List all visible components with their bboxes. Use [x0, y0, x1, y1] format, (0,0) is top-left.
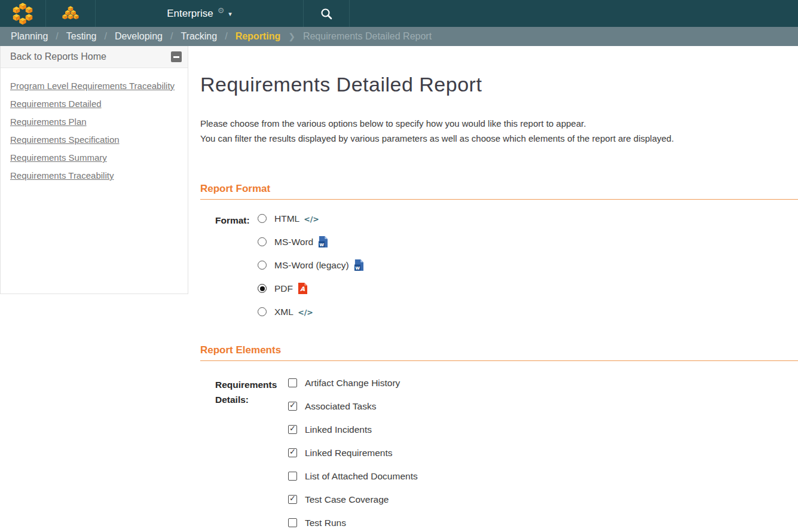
- report-elements-section: Requirements Details: Artifact Change Hi…: [200, 371, 798, 532]
- element-option-row: Associated Tasks: [288, 395, 798, 418]
- format-option-label[interactable]: MS-Word: [274, 237, 313, 247]
- element-checkbox[interactable]: [288, 402, 297, 411]
- pdf-icon: A: [298, 283, 307, 294]
- report-format-heading: Report Format: [200, 183, 798, 200]
- search-icon: [320, 7, 333, 20]
- report-link[interactable]: Program Level Requirements Traceability: [10, 81, 188, 91]
- back-to-reports-home-link[interactable]: Back to Reports Home: [10, 51, 106, 62]
- format-option-row: MS-Word w: [258, 230, 798, 253]
- svg-text:w: w: [355, 265, 360, 271]
- program-workspace-button[interactable]: [46, 0, 96, 27]
- breadcrumb-developing[interactable]: Developing: [115, 31, 163, 42]
- element-option-label[interactable]: Test Runs: [305, 518, 346, 528]
- breadcrumb: Planning / Testing / Developing / Tracki…: [0, 27, 798, 46]
- format-radio[interactable]: [258, 307, 267, 316]
- breadcrumb-separator: /: [56, 31, 58, 42]
- element-option-label[interactable]: Associated Tasks: [305, 401, 376, 412]
- element-checkbox[interactable]: [288, 518, 297, 527]
- app-logo[interactable]: [0, 0, 46, 27]
- report-link[interactable]: Requirements Specification: [10, 134, 188, 145]
- report-links-list: Program Level Requirements Traceability …: [1, 68, 188, 181]
- report-link[interactable]: Requirements Detailed: [10, 99, 188, 109]
- element-option-label[interactable]: Test Case Coverage: [305, 494, 389, 505]
- top-navigation-bar: Enterprise ⚙ ▾: [0, 0, 798, 27]
- chevron-right-icon: ❯: [288, 32, 295, 41]
- svg-text:</>: </>: [304, 214, 319, 223]
- element-option-row: Linked Requirements: [288, 441, 798, 464]
- report-elements-heading: Report Elements: [200, 344, 798, 361]
- element-option-row: List of Attached Documents: [288, 464, 798, 488]
- format-option-label[interactable]: XML: [274, 307, 293, 317]
- format-option-row: HTML </>: [258, 207, 798, 230]
- format-option-row: PDF A: [258, 277, 798, 300]
- page-title: Requirements Detailed Report: [200, 73, 798, 96]
- element-option-label[interactable]: List of Attached Documents: [305, 471, 418, 482]
- svg-text:</>: </>: [298, 307, 313, 316]
- format-option-row: XML </>: [258, 300, 798, 323]
- sidebar-header: Back to Reports Home: [1, 46, 188, 68]
- format-radio[interactable]: [258, 237, 267, 246]
- element-option-row: Linked Incidents: [288, 418, 798, 441]
- collapse-sidebar-button[interactable]: [171, 51, 182, 62]
- word-icon: w: [318, 236, 328, 247]
- product-switcher[interactable]: Enterprise ⚙ ▾: [96, 0, 304, 27]
- format-field-label: Format:: [215, 207, 258, 228]
- product-name: Enterprise: [167, 8, 213, 20]
- element-option-row: Artifact Change History: [288, 371, 798, 395]
- element-option-row: Test Runs: [288, 511, 798, 532]
- search-button[interactable]: [304, 0, 350, 27]
- breadcrumb-reporting[interactable]: Reporting: [236, 31, 281, 42]
- main-content: Requirements Detailed Report Please choo…: [200, 46, 798, 532]
- format-option-label[interactable]: HTML: [274, 213, 299, 224]
- spiraplan-logo-icon: [9, 1, 36, 26]
- format-option-label[interactable]: PDF: [274, 283, 293, 294]
- svg-text:w: w: [319, 241, 324, 247]
- topbar-spacer: [350, 0, 798, 27]
- element-checkbox[interactable]: [288, 425, 297, 434]
- element-options: Artifact Change History Associated Tasks…: [288, 371, 798, 532]
- breadcrumb-tracking[interactable]: Tracking: [181, 31, 217, 42]
- word-icon: w: [354, 259, 363, 271]
- report-link[interactable]: Requirements Summary: [10, 152, 188, 163]
- svg-text:A: A: [300, 285, 305, 292]
- report-link[interactable]: Requirements Traceability: [10, 170, 188, 181]
- report-link[interactable]: Requirements Plan: [10, 117, 188, 127]
- element-option-label[interactable]: Linked Requirements: [305, 448, 392, 458]
- format-radio[interactable]: [258, 261, 267, 270]
- format-options: HTML </> MS-Word w MS-Word (legacy) w: [258, 207, 798, 323]
- gear-icon: ⚙: [218, 6, 225, 15]
- element-option-row: Test Case Coverage: [288, 488, 798, 511]
- format-radio[interactable]: [258, 214, 267, 223]
- element-checkbox[interactable]: [288, 472, 297, 481]
- code-icon: </>: [304, 213, 319, 224]
- element-option-label[interactable]: Linked Incidents: [305, 424, 372, 435]
- breadcrumb-planning[interactable]: Planning: [11, 31, 48, 42]
- element-checkbox[interactable]: [288, 378, 297, 387]
- intro-line-1: Please choose from the various options b…: [200, 116, 798, 131]
- breadcrumb-separator: /: [104, 31, 106, 42]
- breadcrumb-separator: /: [225, 31, 227, 42]
- requirements-details-label: Requirements Details:: [215, 371, 288, 407]
- intro-line-2: You can filter the results displayed by …: [200, 131, 798, 146]
- format-option-label[interactable]: MS-Word (legacy): [274, 260, 349, 271]
- report-format-section: Format: HTML </> MS-Word w MS-Word (lega…: [200, 207, 798, 323]
- element-checkbox[interactable]: [288, 448, 297, 457]
- format-option-row: MS-Word (legacy) w: [258, 253, 798, 277]
- element-checkbox[interactable]: [288, 495, 297, 504]
- intro-text: Please choose from the various options b…: [200, 116, 798, 146]
- breadcrumb-separator: /: [170, 31, 173, 42]
- element-option-label[interactable]: Artifact Change History: [305, 378, 400, 389]
- reports-sidebar: Back to Reports Home Program Level Requi…: [0, 46, 188, 294]
- breadcrumb-testing[interactable]: Testing: [66, 31, 97, 42]
- breadcrumb-current-page: Requirements Detailed Report: [303, 31, 432, 42]
- caret-down-icon: ▾: [228, 10, 232, 18]
- program-cubes-icon: [60, 4, 81, 24]
- code-icon: </>: [298, 307, 313, 317]
- format-radio[interactable]: [258, 284, 267, 293]
